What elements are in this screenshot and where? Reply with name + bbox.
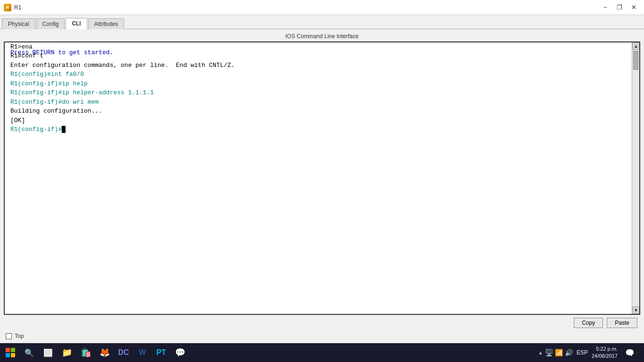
scroll-down-button[interactable]: ▼ <box>632 306 640 314</box>
title-bar-left: R R1 <box>4 4 21 11</box>
date-display: 24/08/2017 <box>592 353 618 360</box>
network-icon: 🖥️ <box>545 349 553 356</box>
cli-header-label: IOS Command Line Interface <box>2 31 642 41</box>
task-view-button[interactable]: ⬜ <box>40 344 57 361</box>
windows-logo-red <box>6 348 10 352</box>
skype-icon: 💬 <box>175 347 185 358</box>
minimize-button[interactable]: − <box>599 2 612 13</box>
tab-cli[interactable]: CLI <box>66 18 87 29</box>
discord-button[interactable]: DC <box>115 344 132 361</box>
language-indicator[interactable]: ESP <box>577 349 588 356</box>
search-taskbar-button[interactable]: 🔍 <box>21 344 38 361</box>
top-label: Top <box>15 333 24 339</box>
windows-logo-green <box>11 348 15 352</box>
word-button[interactable]: W <box>134 344 151 361</box>
window-controls: − ❐ ✕ <box>599 2 640 13</box>
top-area: Top <box>2 331 642 341</box>
app-icon: R <box>4 4 11 11</box>
taskbar-right: ▲ 🖥️ 📶 🔊 ESP 5:22 p.m. 24/08/2017 🗨️ <box>538 344 642 361</box>
paste-button[interactable]: Paste <box>607 318 637 328</box>
scroll-up-button[interactable]: ▲ <box>632 42 640 50</box>
packet-tracer-icon: PT <box>157 348 166 357</box>
time-display: 5:22 p.m. <box>592 346 618 353</box>
taskbar-left: 🔍 ⬜ 📁 🛍️ 🦊 DC W PT 💬 <box>2 344 189 361</box>
terminal-scrollbar[interactable]: ▲ ▼ <box>632 42 639 314</box>
scrollbar-track[interactable] <box>632 50 639 306</box>
windows-logo-icon <box>6 348 15 357</box>
system-tray: ▲ 🖥️ 📶 🔊 <box>538 349 573 356</box>
wifi-icon: 📶 <box>555 349 563 356</box>
copy-button[interactable]: Copy <box>574 318 603 328</box>
packet-tracer-button[interactable]: PT <box>153 344 170 361</box>
folder-icon: 📁 <box>62 347 72 358</box>
close-button[interactable]: ✕ <box>627 2 640 13</box>
skype-button[interactable]: 💬 <box>172 344 189 361</box>
tab-bar: Physical Config CLI Attributes <box>0 15 644 29</box>
windows-logo-yellow <box>11 353 15 357</box>
search-icon: 🔍 <box>25 348 34 357</box>
button-bar: Copy Paste <box>2 315 642 331</box>
tray-arrow-icon[interactable]: ▲ <box>538 350 543 355</box>
window-content: IOS Command Line Interface Press RETURN … <box>0 29 644 343</box>
restore-button[interactable]: ❐ <box>613 2 626 13</box>
task-view-icon: ⬜ <box>43 348 53 357</box>
title-bar: R R1 − ❐ ✕ <box>0 0 644 15</box>
file-explorer-button[interactable]: 📁 <box>58 344 75 361</box>
firefox-button[interactable]: 🦊 <box>96 344 113 361</box>
discord-icon: DC <box>118 348 129 357</box>
firefox-icon: 🦊 <box>99 347 110 358</box>
windows-logo-blue <box>6 353 10 357</box>
tab-attributes[interactable]: Attributes <box>88 18 124 29</box>
notification-icon: 🗨️ <box>625 348 635 357</box>
clock[interactable]: 5:22 p.m. 24/08/2017 <box>592 346 618 360</box>
window-title: R1 <box>14 4 21 11</box>
top-checkbox[interactable] <box>6 333 12 339</box>
taskbar: 🔍 ⬜ 📁 🛍️ 🦊 DC W PT 💬 <box>0 343 644 362</box>
tab-physical[interactable]: Physical <box>2 18 35 29</box>
tab-config[interactable]: Config <box>36 18 65 29</box>
word-icon: W <box>139 348 146 357</box>
terminal-container[interactable]: Press RETURN to get started. R1>ena R1#c… <box>4 41 640 315</box>
notification-button[interactable]: 🗨️ <box>621 344 638 361</box>
store-button[interactable]: 🛍️ <box>77 344 94 361</box>
scrollbar-thumb[interactable] <box>633 51 638 70</box>
volume-icon: 🔊 <box>565 349 573 356</box>
start-button[interactable] <box>2 344 19 361</box>
store-icon: 🛍️ <box>81 347 91 358</box>
